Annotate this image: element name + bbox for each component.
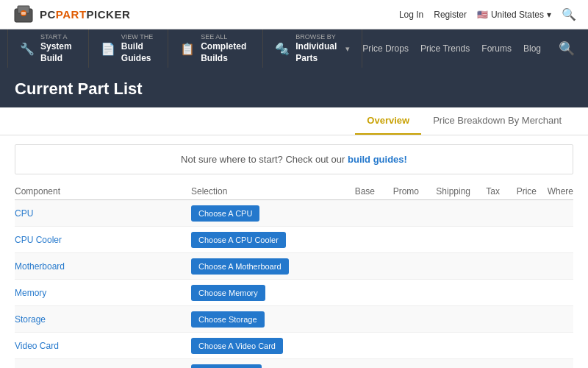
row-component-5[interactable]: Video Card xyxy=(15,341,191,351)
sec-nav: 🔧 START A System Build 📄 VIEW THE Build … xyxy=(0,29,588,68)
choose-btn-6[interactable]: Choose A Case xyxy=(191,364,262,369)
region-selector[interactable]: 🇺🇸 United States ▾ xyxy=(477,10,551,20)
rows-container: CPU Choose A CPU CPU Cooler Choose A CPU… xyxy=(15,200,573,368)
flag-icon: 🇺🇸 xyxy=(477,10,488,20)
wrench-icon: 🔧 xyxy=(20,42,35,56)
nav-label-big-3: Individual Parts xyxy=(295,41,337,64)
nav-item-build-guides[interactable]: 📄 VIEW THE Build Guides xyxy=(89,29,168,68)
table-row: Motherboard Choose A Motherboard xyxy=(15,253,573,280)
nav-label-big-2: Completed Builds xyxy=(201,41,251,64)
sec-nav-items: 🔧 START A System Build 📄 VIEW THE Build … xyxy=(7,29,362,68)
nav-label-big-0: System Build xyxy=(40,41,76,64)
price-drops-link[interactable]: Price Drops xyxy=(362,43,409,54)
choose-btn-2[interactable]: Choose A Motherboard xyxy=(191,258,289,275)
nav-label-big-1: Build Guides xyxy=(121,41,156,64)
row-component-3[interactable]: Memory xyxy=(15,288,191,298)
nav-label-small-0: START A xyxy=(40,33,76,42)
info-banner: Not sure where to start? Check out our b… xyxy=(15,144,573,174)
row-selection-0: Choose A CPU xyxy=(191,205,331,222)
top-nav-right: Log In Register 🇺🇸 United States ▾ 🔍 xyxy=(399,7,576,21)
blog-link[interactable]: Blog xyxy=(523,43,541,54)
page-title: Current Part List xyxy=(15,79,573,99)
header-tax: Tax xyxy=(470,186,500,197)
parts-icon: 🔩 xyxy=(275,42,290,56)
row-component-1[interactable]: CPU Cooler xyxy=(15,235,191,245)
table-row: Video Card Choose A Video Card xyxy=(15,333,573,359)
nav-item-individual-parts[interactable]: 🔩 BROWSE BY Individual Parts ▾ xyxy=(263,29,362,68)
build-guides-link[interactable]: build guides! xyxy=(348,154,407,165)
nav-label-small-3: BROWSE BY xyxy=(295,33,337,42)
table-row: CPU Choose A CPU xyxy=(15,200,573,227)
nav-item-system-build[interactable]: 🔧 START A System Build xyxy=(7,29,89,68)
table-header: Component Selection Base Promo Shipping … xyxy=(15,183,573,200)
logo[interactable]: PCPARTPICKER xyxy=(12,3,130,26)
choose-btn-4[interactable]: Choose Storage xyxy=(191,311,265,328)
chevron-down-icon: ▾ xyxy=(547,10,551,20)
choose-btn-5[interactable]: Choose A Video Card xyxy=(191,338,283,354)
parts-table: Component Selection Base Promo Shipping … xyxy=(0,183,588,368)
top-nav: PCPARTPICKER Log In Register 🇺🇸 United S… xyxy=(0,0,588,29)
tab-overview[interactable]: Overview xyxy=(355,107,421,135)
logo-icon xyxy=(12,3,35,26)
row-component-4[interactable]: Storage xyxy=(15,314,191,325)
row-selection-4: Choose Storage xyxy=(191,311,331,328)
svg-rect-3 xyxy=(21,12,26,15)
search-button[interactable]: 🔍 xyxy=(562,7,576,21)
tabs-bar: Overview Price Breakdown By Merchant xyxy=(0,107,588,135)
row-selection-3: Choose Memory xyxy=(191,285,331,301)
nav-item-completed-builds[interactable]: 📋 SEE ALL Completed Builds xyxy=(168,29,263,68)
header-component: Component xyxy=(15,186,191,197)
choose-btn-0[interactable]: Choose A CPU xyxy=(191,205,259,222)
nav-label-small-2: SEE ALL xyxy=(201,33,251,42)
chevron-down-icon: ▾ xyxy=(345,44,350,54)
sec-nav-right: Price Drops Price Trends Forums Blog 🔍 xyxy=(362,38,581,60)
region-label: United States xyxy=(491,10,544,20)
row-component-2[interactable]: Motherboard xyxy=(15,261,191,272)
page-header: Current Part List xyxy=(0,68,588,107)
row-selection-6: Choose A Case xyxy=(191,364,331,369)
login-link[interactable]: Log In xyxy=(399,10,423,20)
row-component-0[interactable]: CPU xyxy=(15,208,191,219)
row-selection-5: Choose A Video Card xyxy=(191,338,331,354)
choose-btn-3[interactable]: Choose Memory xyxy=(191,285,265,301)
sec-search-button[interactable]: 🔍 xyxy=(553,38,581,60)
nav-label-small-1: VIEW THE xyxy=(121,33,156,42)
header-shipping: Shipping xyxy=(419,186,470,197)
choose-btn-1[interactable]: Choose A CPU Cooler xyxy=(191,232,286,248)
header-promo: Promo xyxy=(375,186,419,197)
header-where: Where xyxy=(537,186,573,197)
logo-text: PCPARTPICKER xyxy=(40,8,130,21)
document-icon: 📄 xyxy=(101,42,115,56)
price-trends-link[interactable]: Price Trends xyxy=(420,43,470,54)
header-price: Price xyxy=(500,186,537,197)
info-text: Not sure where to start? Check out our xyxy=(181,154,348,165)
header-selection: Selection xyxy=(191,186,331,197)
forums-link[interactable]: Forums xyxy=(481,43,512,54)
clipboard-icon: 📋 xyxy=(180,42,195,56)
register-link[interactable]: Register xyxy=(434,10,467,20)
tab-price-breakdown[interactable]: Price Breakdown By Merchant xyxy=(421,107,573,135)
header-base: Base xyxy=(331,186,375,197)
table-row: Memory Choose Memory xyxy=(15,280,573,306)
row-selection-2: Choose A Motherboard xyxy=(191,258,331,275)
table-row: Storage Choose Storage xyxy=(15,306,573,333)
table-row: Case Choose A Case xyxy=(15,359,573,368)
row-selection-1: Choose A CPU Cooler xyxy=(191,232,331,248)
table-row: CPU Cooler Choose A CPU Cooler xyxy=(15,227,573,253)
